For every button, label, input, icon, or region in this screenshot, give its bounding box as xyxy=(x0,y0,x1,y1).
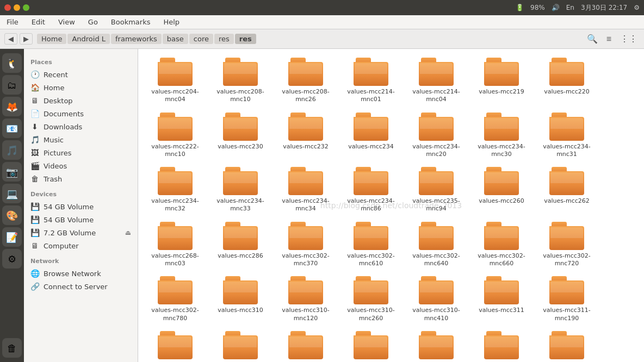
sidebar-54gb-1[interactable]: 💾 54 GB Volume xyxy=(24,200,138,213)
menu-file[interactable]: File xyxy=(4,17,21,27)
folder-item[interactable]: values-mcc314 xyxy=(273,327,338,362)
view-options-button[interactable]: ≡ xyxy=(604,33,614,45)
breadcrumb-androidl[interactable]: Android L xyxy=(67,34,110,44)
unity-ubuntu-icon[interactable]: 🐧 xyxy=(2,53,22,73)
sidebar-desktop[interactable]: 🖥 Desktop xyxy=(24,94,138,107)
unity-editor-icon[interactable]: 📝 xyxy=(2,227,22,247)
unity-photos-icon[interactable]: 📷 xyxy=(2,162,22,182)
sidebar-browse-network[interactable]: 🌐 Browse Network xyxy=(24,267,138,280)
folder-item[interactable]: values-mcc315 xyxy=(338,327,404,362)
folder-item[interactable]: values-mcc302-mnc660 xyxy=(469,217,534,272)
folder-item[interactable]: values-mcc234-mnc32 xyxy=(143,163,208,217)
folder-item[interactable]: values-mcc204-mnc04 xyxy=(143,53,208,108)
unity-trash-icon[interactable]: 🗑 xyxy=(2,338,22,358)
folder-item[interactable]: values-mcc310-mnc410 xyxy=(404,272,469,327)
menu-go[interactable]: Go xyxy=(86,17,100,27)
sidebar-music[interactable]: 🎵 Music xyxy=(24,133,138,146)
folder-item[interactable]: values-mcc312 xyxy=(143,327,208,362)
search-button[interactable]: 🔍 xyxy=(585,33,600,45)
folder-item[interactable]: values-mcc230 xyxy=(208,108,273,163)
sidebar-connect-server-label: Connect to Server xyxy=(44,283,108,291)
breadcrumb-frameworks[interactable]: frameworks xyxy=(111,34,162,44)
folder-item[interactable]: values-mcc311-mnc190 xyxy=(534,272,599,327)
folder-item[interactable]: values-mcc234-mnc20 xyxy=(404,108,469,163)
sidebar-72gb[interactable]: 💾 7.2 GB Volume ⏏ xyxy=(24,226,138,239)
folder-label: values-mcc302-mnc640 xyxy=(406,252,467,268)
more-options-button[interactable]: ⋮⋮ xyxy=(618,33,640,45)
folder-item[interactable]: values-mcc260 xyxy=(469,163,534,217)
eject-icon[interactable]: ⏏ xyxy=(125,229,131,236)
folder-icon xyxy=(288,331,323,359)
folder-item[interactable]: values-mcc234-mnc33 xyxy=(208,163,273,217)
forward-button[interactable]: ▶ xyxy=(20,33,33,45)
folder-item[interactable]: values-mcc214-mnc01 xyxy=(338,53,404,108)
sidebar-documents[interactable]: 📄 Documents xyxy=(24,107,138,120)
unity-email-icon[interactable]: 📧 xyxy=(2,118,22,138)
folder-icon xyxy=(223,222,258,250)
folder-item[interactable]: values-mcc234-mnc30 xyxy=(469,108,534,163)
sidebar-54gb-2[interactable]: 💾 54 GB Volume xyxy=(24,213,138,226)
menu-help[interactable]: Help xyxy=(161,17,182,27)
folder-item[interactable]: values-mcc316 xyxy=(404,327,469,362)
menu-edit[interactable]: Edit xyxy=(29,17,47,27)
folder-item[interactable]: values-mcc286 xyxy=(208,217,273,272)
folder-item[interactable]: values-mcc234-mnc31 xyxy=(534,108,599,163)
folder-item[interactable]: values-mcc311 xyxy=(469,272,534,327)
breadcrumb-res[interactable]: res xyxy=(214,34,234,44)
back-button[interactable]: ◀ xyxy=(4,33,17,45)
sidebar-trash[interactable]: 🗑 Trash xyxy=(24,172,138,185)
sidebar-computer[interactable]: 🖥 Computer xyxy=(24,239,138,252)
unity-settings-icon[interactable]: ⚙ xyxy=(2,249,22,269)
folder-item[interactable]: values-mcc219 xyxy=(469,53,534,108)
folder-item[interactable]: values-mcc214-mnc04 xyxy=(404,53,469,108)
folder-item[interactable]: values-mcc302-mnc720 xyxy=(534,217,599,272)
folder-item[interactable]: values-mcc234 xyxy=(338,108,404,163)
sidebar-connect-server[interactable]: 🔗 Connect to Server xyxy=(24,280,138,293)
unity-files-icon[interactable]: 🗂 xyxy=(2,75,22,95)
unity-music-icon[interactable]: 🎵 xyxy=(2,140,22,160)
folder-item[interactable]: values-mcc222-mnc10 xyxy=(143,108,208,163)
breadcrumb-core[interactable]: core xyxy=(189,34,213,44)
sidebar-videos[interactable]: 🎬 Videos xyxy=(24,159,138,172)
sidebar-recent[interactable]: 🕐 Recent xyxy=(24,68,138,81)
unity-gimp-icon[interactable]: 🎨 xyxy=(2,205,22,225)
folder-item[interactable]: values-mcc310 xyxy=(208,272,273,327)
folder-item[interactable]: values-mcc268-mnc03 xyxy=(143,217,208,272)
sidebar-home[interactable]: 🏠 Home xyxy=(24,81,138,94)
unity-terminal-icon[interactable]: 💻 xyxy=(2,184,22,203)
folder-item[interactable]: values-mcc340-mnc01 xyxy=(534,327,599,362)
folder-item[interactable]: values-mcc234-mnc34 xyxy=(273,163,338,217)
battery-icon: 🔋 xyxy=(516,4,524,11)
folder-item[interactable]: values-mcc208-mnc10 xyxy=(208,53,273,108)
sidebar-downloads[interactable]: ⬇ Downloads xyxy=(24,120,138,133)
breadcrumb-home[interactable]: Home xyxy=(37,34,66,44)
folder-item[interactable]: values-mcc334-mnc050 xyxy=(469,327,534,362)
unity-firefox-icon[interactable]: 🦊 xyxy=(2,97,22,116)
folder-item[interactable]: values-mcc310-mnc120 xyxy=(273,272,338,327)
folder-item[interactable]: values-mcc234-mnc86 xyxy=(338,163,404,217)
menu-view[interactable]: View xyxy=(56,17,77,27)
folder-label: values-mcc302-mnc610 xyxy=(340,252,401,268)
sidebar-pictures[interactable]: 🖼 Pictures xyxy=(24,146,138,159)
settings-icon[interactable]: ⚙ xyxy=(634,4,640,11)
breadcrumb-base[interactable]: base xyxy=(163,34,188,44)
folder-icon xyxy=(484,113,519,141)
folder-item[interactable]: values-mcc313 xyxy=(208,327,273,362)
folder-item[interactable]: values-mcc208-mnc26 xyxy=(273,53,338,108)
folder-item[interactable]: values-mcc302-mnc780 xyxy=(143,272,208,327)
sidebar-computer-label: Computer xyxy=(44,242,79,250)
folder-item[interactable]: values-mcc302-mnc370 xyxy=(273,217,338,272)
menu-bookmarks[interactable]: Bookmarks xyxy=(109,17,153,27)
maximize-dot[interactable] xyxy=(23,4,29,11)
close-dot[interactable] xyxy=(4,4,11,11)
folder-item[interactable]: values-mcc302-mnc640 xyxy=(404,217,469,272)
folder-item[interactable]: values-mcc220 xyxy=(534,53,599,108)
folder-icon xyxy=(354,331,388,359)
folder-item[interactable]: values-mcc302-mnc610 xyxy=(338,217,404,272)
folder-item[interactable]: values-mcc235-mnc94 xyxy=(404,163,469,217)
folder-item[interactable]: values-mcc232 xyxy=(273,108,338,163)
folder-item[interactable]: values-mcc310-mnc260 xyxy=(338,272,404,327)
breadcrumb-res-active[interactable]: res xyxy=(235,34,256,44)
minimize-dot[interactable] xyxy=(14,4,20,11)
folder-item[interactable]: values-mcc262 xyxy=(534,163,599,217)
